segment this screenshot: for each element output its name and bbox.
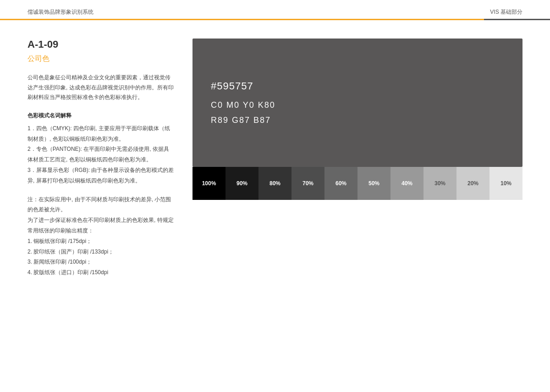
color-rgb: R89 G87 B87: [211, 116, 504, 125]
header: 儒诚装饰品牌形象识别系统 VIS 基础部分: [0, 0, 550, 16]
color-swatch: 30%: [424, 167, 456, 200]
color-hex: #595757: [211, 80, 504, 92]
note-section: 注：在实际应用中, 由于不同材质与印刷技术的差异, 小范围的色差被允许。 为了进…: [28, 194, 174, 278]
left-column: A-1-09 公司色 公司色是象征公司精神及企业文化的重要因素，通过视觉传达产生…: [28, 39, 174, 278]
swatches-row: 100%90%80%70%60%50%40%30%20%10%: [192, 167, 522, 200]
color-swatch: 10%: [490, 167, 522, 200]
list-item-3: 3．屏幕显示色彩（RGB): 由于各种显示设备的色彩模式的差异, 屏幕打印色彩以…: [28, 165, 174, 186]
color-swatch: 80%: [258, 167, 292, 200]
color-swatch: 50%: [358, 167, 390, 200]
list-item-2: 2．专色（PANTONE): 在平面印刷中无需必须使用, 依据具体材质工艺而定,…: [28, 144, 174, 165]
header-right-title: VIS 基础部分: [490, 8, 522, 16]
header-left-title: 儒诚装饰品牌形象识别系统: [28, 8, 94, 16]
section-title: 色彩模式名词解释: [28, 112, 174, 120]
color-swatch: 100%: [192, 167, 226, 200]
note-item-2: 2. 胶印纸张（国产）印刷 /133dpi；: [28, 247, 174, 257]
note-item-4: 4. 胶版纸张（进口）印刷 /150dpi: [28, 267, 174, 278]
color-display-box: #595757 C0 M0 Y0 K80 R89 G87 B87: [192, 39, 522, 167]
note-title: 注：在实际应用中, 由于不同材质与印刷技术的差异, 小范围的色差被允许。: [28, 194, 174, 215]
page-id: A-1-09: [28, 39, 174, 50]
color-swatch: 40%: [390, 167, 424, 200]
note-item-0: 为了进一步保证标准色在不同印刷材质上的色彩效果, 特规定常用纸张的印刷输出精度：: [28, 215, 174, 236]
color-swatch: 60%: [324, 167, 358, 200]
list-item-1: 1．四色（CMYK): 四色印刷, 主要应用于平面印刷载体（纸制材质）, 色彩以…: [28, 123, 174, 144]
color-cmyk: C0 M0 Y0 K80: [211, 100, 504, 110]
right-column: #595757 C0 M0 Y0 K80 R89 G87 B87 100%90%…: [192, 39, 522, 278]
note-item-3: 3. 新闻纸张印刷 /100dpi；: [28, 257, 174, 267]
page-subtitle: 公司色: [28, 54, 174, 64]
color-swatch: 70%: [292, 167, 324, 200]
note-item-1: 1. 铜板纸张印刷 /175dpi；: [28, 236, 174, 247]
main-content: A-1-09 公司色 公司色是象征公司精神及企业文化的重要因素，通过视觉传达产生…: [0, 20, 550, 278]
color-swatch: 90%: [226, 167, 258, 200]
description-text: 公司色是象征公司精神及企业文化的重要因素，通过视觉传达产生强烈印象, 达成色彩在…: [28, 73, 174, 103]
color-swatch: 20%: [456, 167, 490, 200]
